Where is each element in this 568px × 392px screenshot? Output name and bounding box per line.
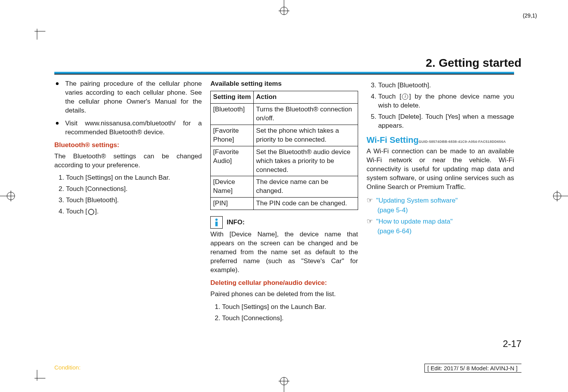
pointer-icon: ☞ [367,196,373,204]
settings-table: Setting item Action [Bluetooth] Turns th… [210,91,358,210]
table-header: Action [254,91,358,103]
list-item: Touch [Delete]. Touch [Yes] when a messa… [378,113,514,130]
table-cell: The device name can be changed. [254,176,358,198]
table-caption: Available setting items [210,80,358,88]
header-rules [54,72,514,75]
printer-mark-top [272,0,296,18]
table-cell: [Device Name] [211,176,254,198]
table-cell: The PIN code can be changed. [254,198,358,210]
pointer-icon: ☞ [367,217,373,225]
ref-title: "How to update map data" [376,218,452,225]
body-text: Paired phones can be deleted from the li… [210,290,358,299]
cross-reference: ☞ "How to update map data" (page 6-64) [367,217,514,236]
table-header: Setting item [211,91,254,103]
column-2: Available setting items Setting item Act… [210,80,358,327]
info-text: With [Device Name], the device name that… [210,230,358,275]
table-row: [Favorite Phone] Set the phone which tak… [211,125,358,146]
subheading-bluetooth-settings: Bluetooth® settings: [54,141,202,150]
table-cell: [Favorite Phone] [211,125,254,146]
condition-label: Condition: [54,364,81,371]
table-row: [Device Name] The device name can be cha… [211,176,358,198]
cross-reference: ☞ "Updating System software" (page 5-4) [367,196,514,215]
table-row: [Favorite Audio] Set the Bluetooth® audi… [211,146,358,176]
info-glyph-icon: i [402,94,408,100]
wifi-heading-text: Wi-Fi Setting [367,135,419,145]
page-number: 2-17 [503,338,521,349]
table-cell: [Bluetooth] [211,103,254,125]
body-text: The Bluetooth® settings can be changed a… [54,152,202,170]
list-item: Touch [Connections]. [66,185,202,194]
chapter-title: 2. Getting started [426,56,521,69]
ref-page: (page 6-64) [378,227,514,236]
table-cell: Set the Bluetooth® audio device which ta… [254,146,358,176]
list-item: Touch [Settings] on the Launch Bar. [66,173,202,182]
crop-corner [37,363,52,378]
body-text: A Wi-Fi connection can be made to an ava… [367,147,514,192]
list-item: Touch [Bluetooth]. [66,196,202,205]
table-cell: Set the phone which takes a priority to … [254,125,358,146]
gear-icon [88,209,94,215]
printer-mark-bottom [272,374,296,392]
table-cell: [PIN] [211,198,254,210]
table-row: [PIN] The PIN code can be changed. [211,198,358,210]
printer-mark-right [550,184,568,208]
list-item: Visit www.nissanusa.com/bluetooth/ for a… [54,119,202,137]
step-text: Touch [i] by the phone device name you w… [378,93,514,109]
list-item: Touch [i] by the phone device name you w… [378,92,514,110]
list-item: Touch [Connections]. [222,314,358,323]
edit-line: [ Edit: 2017/ 5/ 8 Model: AIVINJ-N ] [424,364,521,373]
info-label: INFO: [227,218,244,227]
ref-title: "Updating System software" [376,197,458,204]
ref-page: (page 5-4) [378,206,514,215]
list-item: Touch [Settings] on the Launch Bar. [222,303,358,312]
info-icon [210,216,223,229]
step-text: Touch []. [66,208,99,215]
column-3: Touch [Bluetooth]. Touch [i] by the phon… [367,80,514,327]
column-1: The pairing procedure of the cellular ph… [54,80,202,327]
subheading-delete-device: Deleting cellular phone/audio device: [210,279,358,288]
list-item: The pairing procedure of the cellular ph… [54,80,202,115]
sheet-label: (29,1) [523,12,537,19]
list-item: Touch []. [66,207,202,216]
wifi-setting-heading: Wi-Fi SettingGUID-58574DBB-6838-41C9-A05… [367,134,514,146]
table-cell: Turns the Bluetooth® connection on/off. [254,103,358,125]
table-cell: [Favorite Audio] [211,146,254,176]
table-row: [Bluetooth] Turns the Bluetooth® connect… [211,103,358,125]
list-item: Touch [Bluetooth]. [378,81,514,90]
printer-mark-left [0,184,18,208]
guid-code: GUID-58574DBB-6838-41C9-A054-FAC518DD656… [419,140,506,144]
crop-corner [37,31,52,47]
